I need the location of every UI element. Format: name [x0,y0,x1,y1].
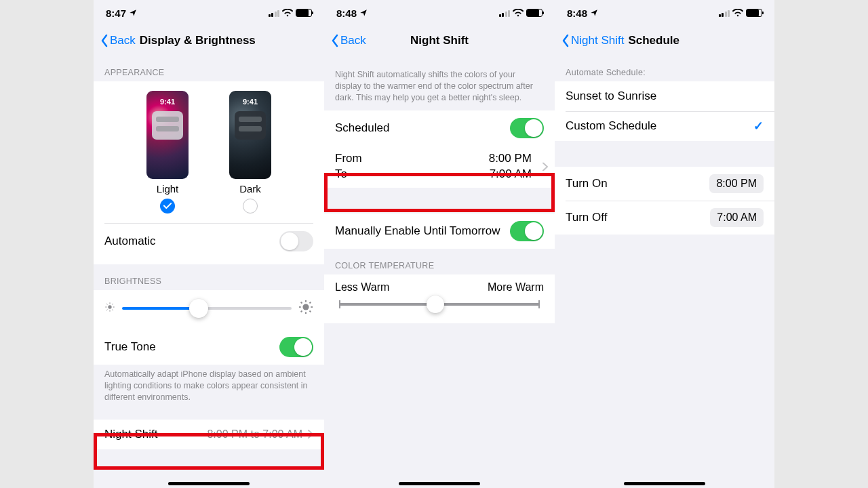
dark-radio-unselected[interactable] [243,199,258,214]
custom-schedule-label: Custom Schedule [566,119,656,133]
dark-preview: 9:41 [229,91,271,179]
home-indicator [624,482,705,485]
dark-label: Dark [239,183,261,195]
truetone-row: True Tone [94,329,324,365]
automatic-row: Automatic [94,224,324,259]
light-preview: 9:41 [146,91,189,179]
manual-enable-toggle[interactable] [510,221,544,241]
appearance-group: 9:41 Light 9:41 Dark [94,81,324,264]
back-button[interactable]: Night Shift [561,34,624,47]
chevron-right-icon [542,162,548,171]
svg-line-15 [310,311,311,312]
svg-point-9 [302,304,309,310]
nav-header: Back Display & Brightness [94,26,324,56]
page-title: Schedule [628,34,679,47]
nightshift-label: Night Shift [104,428,157,441]
svg-point-0 [108,305,111,308]
turn-off-value[interactable]: 7:00 AM [710,208,764,227]
battery-icon [526,9,542,17]
schedule-times-row[interactable]: From 8:00 PM To 7:00 AM [324,146,555,188]
more-warm-label: More Warm [488,281,544,293]
back-button[interactable]: Back [331,34,366,47]
back-label: Back [340,34,366,47]
automatic-toggle[interactable] [279,231,313,251]
location-icon [590,7,598,19]
appearance-dark-option[interactable]: 9:41 Dark [229,91,271,214]
location-icon [129,7,137,19]
wifi-icon [732,7,743,19]
wifi-icon [513,7,524,19]
section-header-colortemp: Color Temperature [324,249,555,274]
status-time: 8:47 [106,7,126,19]
status-bar: 8:47 [94,0,324,26]
nightshift-intro: Night Shift automatically shifts the col… [324,56,555,110]
custom-schedule-row[interactable]: Custom Schedule ✓ [555,111,774,141]
sun-min-icon [104,302,115,315]
svg-line-8 [113,304,113,304]
color-temperature-row: Less Warm More Warm [324,274,555,323]
cellular-icon [499,9,511,17]
svg-line-5 [106,304,107,304]
home-indicator [168,482,250,485]
color-temperature-slider[interactable] [339,303,540,306]
back-button[interactable]: Back [100,34,136,47]
page-title: Display & Brightness [140,34,256,47]
nav-header: Back Night Shift [324,26,555,56]
truetone-toggle[interactable] [279,337,313,357]
truetone-label: True Tone [104,340,156,354]
turn-on-row[interactable]: Turn On 8:00 PM [555,167,774,201]
to-value: 7:00 AM [490,167,544,182]
turn-on-label: Turn On [566,177,608,190]
appearance-light-option[interactable]: 9:41 Light [146,91,189,214]
section-header-brightness: Brightness [94,264,324,290]
status-bar: 8:48 [324,0,555,26]
cellular-icon [719,9,730,17]
home-indicator [399,482,480,485]
status-time: 8:48 [336,7,357,19]
from-label: From [335,151,362,167]
chevron-right-icon [308,430,313,439]
sun-max-icon [298,300,313,317]
screen-night-shift: 8:48 Back Night Shift Night Shift automa… [324,0,555,488]
nav-header: Night Shift Schedule [555,26,774,56]
brightness-row [94,290,324,329]
battery-icon [746,9,762,17]
cellular-icon [269,9,280,17]
from-value: 8:00 PM [489,151,544,167]
manual-enable-label: Manually Enable Until Tomorrow [335,224,500,238]
screen-schedule: 8:48 Night Shift Schedule Automate Sched… [555,0,774,488]
automatic-label: Automatic [104,235,156,248]
turn-on-value[interactable]: 8:00 PM [709,174,764,193]
scheduled-label: Scheduled [335,121,389,135]
svg-line-14 [301,302,302,304]
sunset-sunrise-label: Sunset to Sunrise [566,89,656,103]
back-label: Back [110,34,136,47]
light-label: Light [157,183,179,195]
truetone-footer: Automatically adapt iPhone display based… [94,365,324,410]
section-header-appearance: Appearance [94,56,324,81]
status-bar: 8:48 [555,0,774,26]
light-radio-selected[interactable] [160,199,175,214]
turn-off-label: Turn Off [566,211,607,224]
back-label: Night Shift [571,34,624,47]
brightness-slider[interactable] [122,307,292,310]
checkmark-icon: ✓ [753,119,764,134]
to-label: To [335,167,347,182]
wifi-icon [282,7,293,19]
turn-off-row[interactable]: Turn Off 7:00 AM [555,201,774,235]
nightshift-row[interactable]: Night Shift 8:00 PM to 7:00 AM [94,420,324,449]
section-header-automate: Automate Schedule: [555,56,774,81]
manual-enable-row: Manually Enable Until Tomorrow [324,214,555,249]
status-time: 8:48 [567,7,587,19]
location-icon [359,7,368,19]
scheduled-row: Scheduled [324,110,555,146]
less-warm-label: Less Warm [335,281,389,293]
screen-display-brightness: 8:47 Back Display & Brightness Appearanc… [94,0,324,488]
svg-line-17 [310,302,311,304]
svg-line-6 [113,310,113,310]
battery-icon [296,9,312,17]
svg-line-16 [301,311,302,312]
sunset-sunrise-row[interactable]: Sunset to Sunrise [555,81,774,111]
nightshift-value: 8:00 PM to 7:00 AM [207,428,302,441]
scheduled-toggle[interactable] [510,118,544,138]
